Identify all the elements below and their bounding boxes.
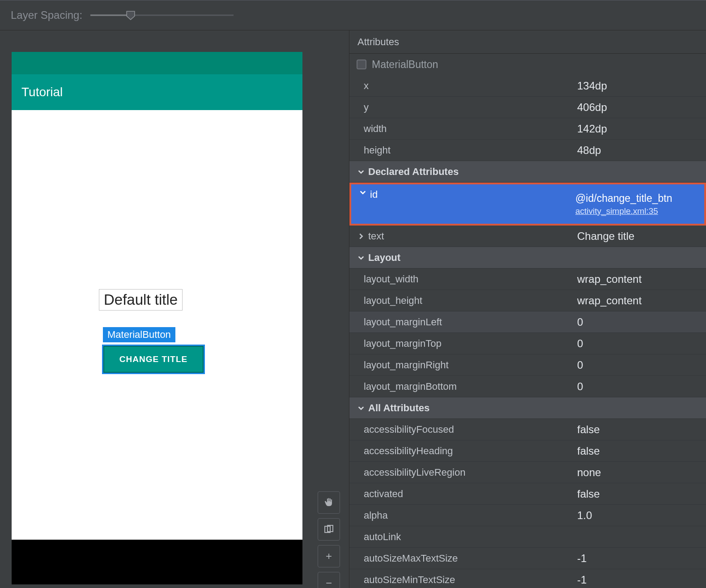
section-declared-attributes[interactable]: Declared Attributes	[349, 161, 706, 183]
attr-key-id[interactable]: id	[351, 184, 570, 224]
attr-val-id-value: @id/change_title_btn	[575, 192, 704, 205]
attr-key-layout-width[interactable]: layout_width	[349, 268, 572, 290]
attr-key-margin-bottom[interactable]: layout_marginBottom	[349, 376, 572, 397]
layer-spacing-label: Layer Spacing:	[11, 9, 82, 21]
slider-thumb-icon[interactable]	[126, 10, 136, 20]
component-name: MaterialButton	[372, 59, 438, 71]
device-content[interactable]: Default title MaterialButton CHANGE TITL…	[12, 110, 302, 540]
attr-val-text[interactable]: Change title	[572, 226, 706, 247]
device-nav-bar	[12, 540, 302, 584]
section-label: Layout	[368, 252, 400, 264]
device-frame[interactable]: Tutorial Default title MaterialButton CH…	[12, 52, 302, 584]
attr-val-margin-left[interactable]: 0	[572, 311, 706, 333]
attr-val-alpha[interactable]: 1.0	[572, 505, 706, 526]
toolbar: Layer Spacing:	[0, 0, 706, 30]
attr-key-autolink[interactable]: autoLink	[349, 526, 572, 548]
attr-key-text-label: text	[368, 230, 384, 242]
zoom-in-button[interactable]: +	[318, 545, 340, 567]
attr-key-margin-right[interactable]: layout_marginRight	[349, 354, 572, 376]
attr-key-a11y-focused[interactable]: accessibilityFocused	[349, 419, 572, 440]
selection-tag: MaterialButton	[103, 327, 175, 342]
attr-val-a11y-heading[interactable]: false	[572, 440, 706, 462]
attr-key-id-label: id	[370, 189, 378, 200]
title-textview[interactable]: Default title	[99, 289, 183, 311]
attr-key-text[interactable]: text	[349, 226, 572, 247]
attr-val-a11y-live[interactable]: none	[572, 462, 706, 483]
status-bar	[12, 52, 302, 74]
plus-icon: +	[326, 550, 332, 562]
attr-key-activated[interactable]: activated	[349, 483, 572, 505]
attr-key-layout-height[interactable]: layout_height	[349, 290, 572, 311]
app-bar: Tutorial	[12, 74, 302, 110]
attr-key-a11y-heading[interactable]: accessibilityHeading	[349, 440, 572, 462]
component-icon	[357, 60, 366, 69]
attr-key-a11y-live[interactable]: accessibilityLiveRegion	[349, 462, 572, 483]
selection-outline: CHANGE TITLE	[102, 345, 205, 374]
attr-val-margin-bottom[interactable]: 0	[572, 376, 706, 397]
attr-val-a11y-focused[interactable]: false	[572, 419, 706, 440]
attr-key-autosize-max[interactable]: autoSizeMaxTextSize	[349, 548, 572, 569]
chevron-down-icon	[357, 254, 365, 261]
attr-val-id-link[interactable]: activity_simple.xml:35	[575, 206, 704, 216]
attr-val-autosize-min[interactable]: -1	[572, 569, 706, 588]
change-title-button[interactable]: CHANGE TITLE	[103, 346, 204, 373]
section-all-attributes[interactable]: All Attributes	[349, 397, 706, 419]
layout-preview-panel: Tutorial Default title MaterialButton CH…	[0, 30, 349, 588]
preview-tools: + −	[318, 491, 340, 588]
attr-val-layout-width[interactable]: wrap_content	[572, 268, 706, 290]
attr-key-height[interactable]: height	[349, 140, 572, 161]
chevron-down-icon	[359, 189, 366, 196]
attr-val-height[interactable]: 48dp	[572, 140, 706, 161]
attributes-grid: x 134dp y 406dp width 142dp height 48dp …	[349, 75, 706, 588]
layers-tool-button[interactable]	[318, 518, 340, 541]
attr-val-id[interactable]: @id/change_title_btn activity_simple.xml…	[570, 184, 704, 224]
layer-spacing-slider[interactable]	[90, 11, 234, 20]
zoom-out-button[interactable]: −	[318, 572, 340, 588]
slider-fill	[90, 15, 131, 16]
chevron-down-icon	[357, 168, 365, 175]
attr-val-activated[interactable]: false	[572, 483, 706, 505]
attr-val-autolink[interactable]	[572, 526, 706, 548]
pan-tool-button[interactable]	[318, 491, 340, 514]
attr-key-margin-left[interactable]: layout_marginLeft	[349, 311, 572, 333]
attributes-panel: Attributes MaterialButton x 134dp y 406d…	[349, 30, 706, 588]
attr-val-margin-top[interactable]: 0	[572, 333, 706, 354]
minus-icon: −	[326, 577, 332, 588]
attr-key-autosize-min[interactable]: autoSizeMinTextSize	[349, 569, 572, 588]
attr-val-width[interactable]: 142dp	[572, 118, 706, 140]
app-bar-title: Tutorial	[21, 85, 63, 99]
attr-row-id-highlighted[interactable]: id @id/change_title_btn activity_simple.…	[349, 183, 706, 226]
attr-val-y[interactable]: 406dp	[572, 97, 706, 118]
section-label: All Attributes	[368, 402, 430, 414]
chevron-right-icon	[357, 233, 365, 240]
section-layout[interactable]: Layout	[349, 247, 706, 268]
attr-key-y[interactable]: y	[349, 97, 572, 118]
attr-key-width[interactable]: width	[349, 118, 572, 140]
attr-key-margin-top[interactable]: layout_marginTop	[349, 333, 572, 354]
section-label: Declared Attributes	[368, 166, 459, 178]
attr-key-x[interactable]: x	[349, 75, 572, 97]
attributes-header: Attributes	[349, 30, 706, 54]
attr-val-margin-right[interactable]: 0	[572, 354, 706, 376]
attr-val-layout-height[interactable]: wrap_content	[572, 290, 706, 311]
attr-key-alpha[interactable]: alpha	[349, 505, 572, 526]
attr-val-x[interactable]: 134dp	[572, 75, 706, 97]
attr-val-autosize-max[interactable]: -1	[572, 548, 706, 569]
chevron-down-icon	[357, 405, 365, 412]
component-row[interactable]: MaterialButton	[349, 54, 706, 75]
